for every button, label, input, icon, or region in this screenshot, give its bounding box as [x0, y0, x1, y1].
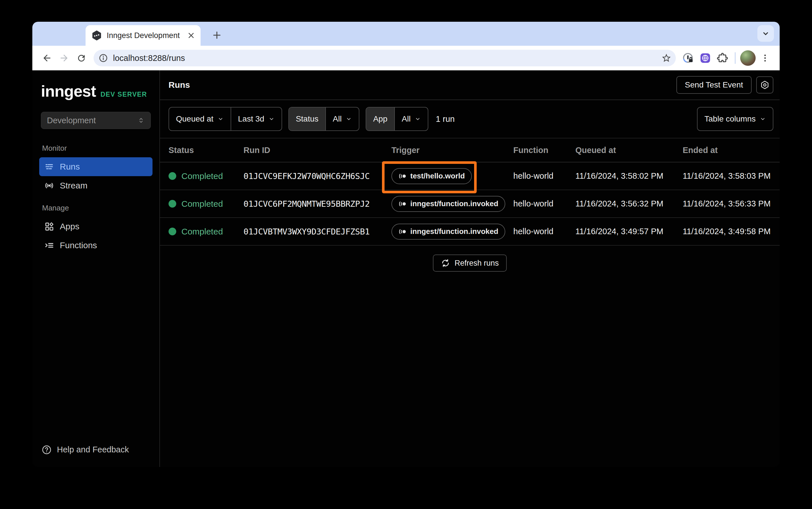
browser-menu-kebab-icon[interactable] [757, 50, 773, 66]
trigger-badge[interactable]: inngest/function.invoked [391, 196, 505, 212]
sidebar-nav: Monitor Runs Stream Manage [32, 129, 159, 255]
ended-at: 11/16/2024, 3:56:33 PM [683, 199, 780, 208]
chevron-down-icon [760, 116, 766, 122]
tab-search-chevron-button[interactable] [757, 25, 774, 42]
status-completed-dot [168, 228, 176, 235]
trigger-badge[interactable]: test/hello.world [391, 168, 472, 184]
inngest-favicon-icon [91, 30, 102, 41]
col-trigger: Trigger [391, 145, 513, 155]
url-text[interactable]: localhost:8288/runs [113, 54, 659, 63]
trigger-cell: inngest/function.invoked [391, 190, 513, 217]
onepassword-extension-icon[interactable] [680, 50, 696, 66]
sidebar-item-label: Functions [60, 240, 97, 250]
chevron-down-icon [346, 116, 352, 122]
trigger-name: inngest/function.invoked [410, 227, 498, 236]
environment-select[interactable]: Development [41, 112, 151, 129]
time-range-label: Last 3d [238, 114, 264, 124]
stream-broadcast-icon [44, 181, 54, 191]
col-queued-at: Queued at [575, 145, 683, 155]
send-test-event-label: Send Test Event [685, 80, 743, 90]
run-id: 01JCVC9EFKJ2W70WQHC6ZH6SJC [243, 171, 391, 181]
help-label: Help and Feedback [57, 445, 129, 454]
forward-icon[interactable] [56, 50, 72, 66]
app-filter-group: App All [366, 107, 428, 131]
col-status: Status [168, 145, 243, 155]
sidebar-item-functions[interactable]: Functions [39, 236, 153, 255]
table-row[interactable]: Completed 01JCVC9EFKJ2W70WQHC6ZH6SJC tes… [160, 162, 780, 190]
site-info-icon[interactable] [96, 51, 110, 65]
table-columns-label: Table columns [705, 114, 756, 124]
sidebar-item-label: Stream [60, 181, 88, 191]
col-function: Function [513, 145, 575, 155]
functions-list-icon [44, 240, 54, 250]
bookmark-star-icon[interactable] [659, 51, 674, 65]
run-count: 1 run [436, 114, 455, 124]
status-completed-dot [168, 172, 176, 180]
settings-button[interactable] [756, 76, 773, 94]
refresh-runs-button[interactable]: Refresh runs [433, 254, 507, 272]
send-test-event-button[interactable]: Send Test Event [676, 76, 752, 94]
ended-at: 11/16/2024, 3:49:58 PM [683, 227, 780, 236]
app-filter-value: All [402, 114, 411, 124]
url-bar[interactable]: localhost:8288/runs [94, 50, 676, 66]
status-label: Completed [182, 199, 223, 209]
sidebar-item-runs[interactable]: Runs [39, 157, 153, 176]
trigger-badge[interactable]: inngest/function.invoked [391, 224, 505, 240]
status-cell: Completed [168, 199, 243, 209]
status-cell: Completed [168, 227, 243, 236]
section-label-manage: Manage [42, 204, 150, 212]
ended-at: 11/16/2024, 3:58:03 PM [683, 171, 780, 181]
chevron-down-icon [218, 116, 224, 122]
status-label: Completed [182, 171, 223, 181]
sidebar-item-label: Runs [60, 162, 80, 172]
function-name: hello-world [513, 227, 575, 236]
toolbar-divider [735, 52, 736, 64]
main-content: Runs Send Test Event Queued at [160, 70, 780, 467]
dev-server-badge: DEV SERVER [100, 91, 147, 98]
profile-avatar[interactable] [740, 50, 756, 66]
status-filter-group: Status All [288, 107, 360, 131]
browser-toolbar: localhost:8288/runs [32, 46, 780, 70]
trigger-name: inngest/function.invoked [410, 199, 498, 208]
event-pulse-icon [398, 227, 407, 236]
event-pulse-icon [398, 200, 407, 208]
tab-title: Inngest Development Server [107, 31, 182, 40]
queued-at: 11/16/2024, 3:49:57 PM [575, 227, 683, 236]
time-field-dropdown[interactable]: Queued at [169, 107, 231, 130]
queued-at: 11/16/2024, 3:56:32 PM [575, 199, 683, 208]
status-completed-dot [168, 200, 176, 208]
new-tab-button[interactable] [208, 27, 225, 43]
app-filter-dropdown[interactable]: All [394, 107, 428, 130]
time-range-dropdown[interactable]: Last 3d [231, 107, 282, 130]
table-columns-button[interactable]: Table columns [697, 107, 773, 131]
chevron-down-icon [415, 116, 421, 122]
updown-select-icon [137, 117, 145, 124]
status-filter-value: All [333, 114, 342, 124]
app-filter-label: App [366, 107, 394, 130]
table-row[interactable]: Completed 01JCVC6PF2MQNMTWE95BBRZPJ2 inn… [160, 190, 780, 218]
extensions-puzzle-icon[interactable] [715, 50, 730, 66]
purple-extension-icon[interactable] [697, 50, 713, 66]
environment-value: Development [47, 116, 96, 125]
logo-wordmark: inngest [41, 82, 96, 100]
browser-tab[interactable]: Inngest Development Server [86, 25, 201, 46]
content-header: Runs Send Test Event [160, 70, 780, 100]
sidebar-item-stream[interactable]: Stream [39, 176, 153, 195]
time-filter-group: Queued at Last 3d [168, 107, 282, 131]
back-icon[interactable] [39, 50, 55, 66]
tab-close-icon[interactable] [187, 31, 195, 40]
time-field-label: Queued at [176, 114, 214, 124]
sidebar-spacer [32, 255, 159, 445]
status-filter-dropdown[interactable]: All [325, 107, 359, 130]
refresh-runs-label: Refresh runs [455, 259, 499, 268]
runs-list-icon [44, 162, 54, 172]
help-and-feedback[interactable]: Help and Feedback [32, 445, 159, 467]
sidebar-item-apps[interactable]: Apps [39, 217, 153, 236]
sidebar-item-label: Apps [60, 222, 79, 231]
table-row[interactable]: Completed 01JCVBTMV3WXY9D3CFDEJFZSB1 inn… [160, 218, 780, 246]
col-run-id: Run ID [243, 145, 391, 155]
chevron-down-icon [268, 116, 275, 122]
reload-icon[interactable] [73, 50, 89, 66]
trigger-name: test/hello.world [410, 172, 465, 180]
trigger-cell: test/hello.world [391, 162, 513, 190]
